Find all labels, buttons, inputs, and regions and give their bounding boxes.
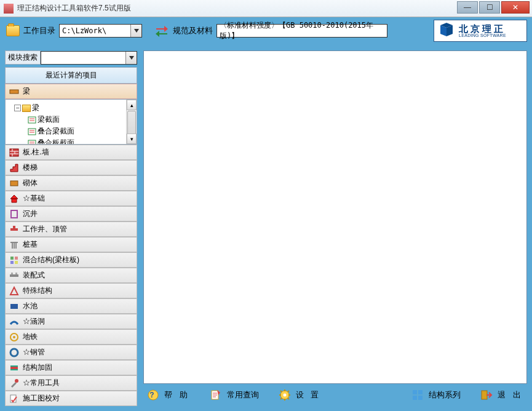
- category-item[interactable]: 混合结构(梁柱板): [5, 252, 137, 268]
- query-button[interactable]: 常用查询: [210, 389, 259, 401]
- exit-button[interactable]: 退 出: [480, 389, 523, 401]
- module-search-row: 模块搜索: [5, 50, 137, 65]
- tree-scrollbar[interactable]: ▴ ▾: [126, 100, 137, 144]
- svg-rect-44: [413, 390, 417, 394]
- caisson-icon: [9, 210, 19, 218]
- hybrid-icon: [9, 256, 19, 265]
- svg-rect-5: [28, 129, 36, 135]
- tree-item[interactable]: 叠合梁截面: [7, 126, 135, 137]
- window-title: 理正结构设计工具箱软件7.5试用版: [17, 3, 131, 14]
- tree-item[interactable]: 梁截面: [7, 114, 135, 126]
- item-icon: [28, 140, 36, 145]
- wall-icon: [9, 148, 19, 157]
- scroll-down-icon[interactable]: ▾: [127, 134, 137, 144]
- main-canvas: [143, 50, 527, 384]
- category-item[interactable]: 沉井: [5, 206, 137, 221]
- scroll-up-icon[interactable]: ▴: [127, 100, 137, 110]
- logo-mark-icon: [438, 23, 455, 39]
- svg-rect-28: [10, 369, 18, 370]
- svg-point-24: [13, 336, 15, 338]
- svg-rect-47: [418, 396, 423, 400]
- app-icon: [4, 4, 14, 14]
- settings-button[interactable]: 设 置: [279, 389, 322, 401]
- series-button[interactable]: 结构系列: [411, 389, 461, 401]
- category-item[interactable]: 桩基: [5, 237, 137, 252]
- svg-rect-3: [10, 90, 18, 94]
- maximize-button[interactable]: ☐: [479, 1, 500, 14]
- category-item[interactable]: 楼梯: [5, 160, 137, 175]
- logo-text-en: LEADING SOFTWARE: [459, 33, 506, 38]
- query-icon: [210, 389, 222, 401]
- category-item[interactable]: 砌体: [5, 175, 137, 191]
- svg-rect-46: [413, 396, 417, 400]
- body-area: 模块搜索 最近计算的项目 梁 − 梁 梁截面 叠合梁截面 叠合板截面 裂缝计算 …: [0, 44, 532, 411]
- help-button[interactable]: ? 帮 助: [147, 389, 190, 401]
- foundation-icon: [9, 194, 19, 203]
- category-item[interactable]: 水池: [5, 298, 137, 314]
- collapse-icon[interactable]: −: [14, 105, 21, 111]
- chevron-down-icon[interactable]: [130, 25, 141, 37]
- right-area: ? 帮 助 常用查询 设 置 结构系列 退 出: [143, 50, 527, 406]
- category-item[interactable]: 板.柱.墙: [5, 145, 137, 160]
- recent-items-header[interactable]: 最近计算的项目: [5, 67, 137, 84]
- beam-tree: − 梁 梁截面 叠合梁截面 叠合板截面 裂缝计算 叠合梁裂缝计算 挠度计算 ▴ …: [5, 99, 137, 145]
- svg-rect-48: [482, 391, 487, 399]
- gear-icon: [279, 389, 291, 401]
- workdir-combobox[interactable]: C:\LzWork\: [59, 24, 142, 38]
- category-item[interactable]: ☆涵洞: [5, 314, 137, 329]
- category-item[interactable]: 特殊结构: [5, 283, 137, 298]
- tools-icon: [9, 379, 19, 388]
- category-stack: 板.柱.墙 楼梯 砌体 ☆基础 沉井 工作井、顶管 桩基 混合结构(梁柱板) 装…: [5, 145, 137, 406]
- svg-rect-15: [10, 257, 14, 260]
- masonry-icon: [9, 179, 19, 188]
- close-button[interactable]: ✕: [501, 1, 530, 14]
- spec-combobox[interactable]: 〈标准材料强度〉【GB 50010-2010(2015年版)】: [216, 24, 387, 38]
- svg-rect-20: [11, 273, 13, 274]
- category-item[interactable]: 结构加固: [5, 360, 137, 375]
- category-item[interactable]: 装配式: [5, 268, 137, 283]
- svg-rect-19: [10, 274, 18, 277]
- special-icon: [9, 287, 19, 295]
- svg-line-42: [288, 391, 289, 392]
- svg-rect-45: [418, 390, 423, 394]
- category-item[interactable]: ☆常用工具: [5, 375, 137, 391]
- svg-point-35: [283, 394, 286, 397]
- svg-rect-4: [28, 117, 36, 123]
- category-item[interactable]: ☆基础: [5, 191, 137, 206]
- svg-text:?: ?: [149, 391, 156, 399]
- item-icon: [28, 116, 36, 124]
- category-item[interactable]: 施工图校对: [5, 391, 137, 406]
- module-search-combobox[interactable]: [41, 51, 137, 65]
- tree-item[interactable]: 叠合板截面: [7, 137, 135, 145]
- folder-icon[interactable]: [6, 25, 20, 36]
- category-beam[interactable]: 梁: [5, 84, 137, 99]
- svg-rect-21: [15, 273, 17, 274]
- svg-rect-14: [13, 226, 15, 229]
- steelpipe-icon: [9, 348, 19, 357]
- bottom-toolbar: ? 帮 助 常用查询 设 置 结构系列 退 出: [143, 384, 527, 406]
- sync-icon[interactable]: [154, 25, 169, 37]
- folder-icon: [22, 105, 31, 112]
- pile-icon: [9, 241, 19, 249]
- top-toolbar: 工作目录 C:\LzWork\ 规范及材料 〈标准材料强度〉【GB 50010-…: [0, 17, 532, 44]
- chevron-down-icon[interactable]: [125, 52, 137, 64]
- svg-rect-22: [10, 304, 18, 309]
- svg-point-25: [10, 349, 18, 356]
- subway-icon: [9, 333, 19, 341]
- reinforce-icon: [9, 364, 19, 372]
- minimize-button[interactable]: —: [457, 1, 478, 14]
- category-item[interactable]: 地铁: [5, 329, 137, 345]
- category-item[interactable]: ☆钢管: [5, 345, 137, 360]
- tree-root[interactable]: − 梁: [7, 102, 135, 114]
- window-controls: — ☐ ✕: [457, 1, 530, 14]
- left-panel: 模块搜索 最近计算的项目 梁 − 梁 梁截面 叠合梁截面 叠合板截面 裂缝计算 …: [5, 50, 137, 406]
- svg-rect-17: [10, 261, 14, 264]
- svg-rect-26: [10, 367, 18, 369]
- pool-icon: [9, 302, 19, 311]
- category-item[interactable]: 工作井、顶管: [5, 221, 137, 237]
- help-icon: ?: [147, 389, 159, 401]
- workdir-label: 工作目录: [23, 25, 55, 36]
- svg-line-40: [280, 391, 282, 392]
- svg-rect-27: [10, 365, 18, 367]
- grid-icon: [411, 389, 424, 401]
